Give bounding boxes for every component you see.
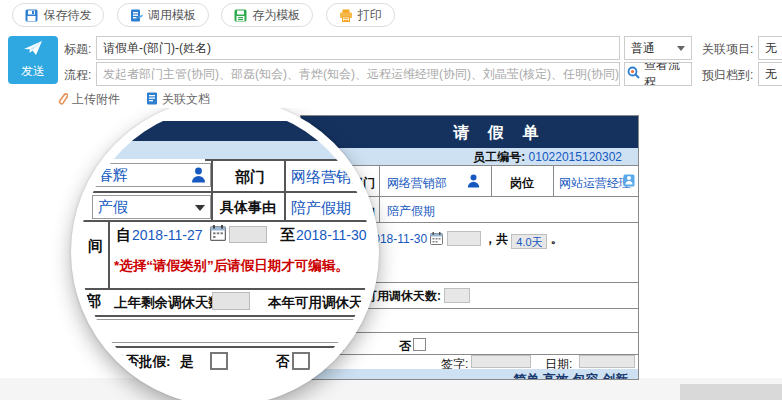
mag-to-label: 至 [280, 226, 295, 245]
related-project-input[interactable]: 无 [758, 36, 782, 60]
total-prefix: ，共 [484, 232, 508, 246]
dept-value[interactable]: 网络营销部 [387, 175, 447, 192]
upload-attachment-button[interactable]: 上传附件 [56, 91, 120, 108]
mag-leave-type-select[interactable]: 产假 [92, 195, 211, 219]
mag-reason-label: 具体事由 [213, 199, 283, 217]
mag-approve-yes-checkbox[interactable] [210, 352, 228, 370]
page-bottom-strip [0, 378, 782, 400]
archive-value: 无 [765, 66, 777, 83]
approve-no-label: 否 [399, 338, 411, 355]
related-project-label: 关联项目: [702, 41, 753, 58]
motto-bar: 简单 高效 包容 创新 [301, 369, 638, 379]
flow-view-icon [627, 66, 640, 82]
paperclip-icon [56, 92, 68, 108]
send-button[interactable]: 发送 [8, 36, 58, 84]
archive-input[interactable]: 无 [758, 62, 782, 86]
mag-calendar-icon[interactable] [210, 225, 226, 245]
mag-from-label: 自 [116, 226, 131, 245]
template-load-icon [130, 9, 143, 22]
mag-prev-quota-label: 上年剩余调休天数 [114, 294, 222, 312]
motto-text: 简单 高效 包容 创新 [301, 372, 638, 379]
total-suffix: 。 [551, 232, 563, 246]
priority-select[interactable]: 普通 [624, 36, 692, 60]
cur-quota-box[interactable] [444, 288, 470, 303]
flow-text: 发起者部门主管(协同)、邵磊(知会)、青烨(知会)、远程运维经理(协同)、刘晶莹… [103, 66, 620, 83]
print-label: 打印 [358, 7, 382, 24]
template-save-icon [234, 9, 247, 22]
document-icon [146, 92, 158, 108]
mag-from-date[interactable]: 2018-11-27 [132, 227, 203, 243]
mag-from-time-box[interactable] [229, 226, 267, 243]
save-draft-button[interactable]: 保存待发 [12, 3, 104, 27]
mag-dept-label: 部门 [217, 168, 283, 187]
save-template-button[interactable]: 存为模板 [221, 3, 313, 27]
mag-side-label-time: 间 [88, 237, 103, 256]
mag-date-note: *选择“请假类别”后请假日期才可编辑。 [114, 257, 349, 275]
employee-no-value: 01022015120302 [529, 150, 622, 164]
mag-chevron-down-icon [195, 205, 205, 211]
save-draft-label: 保存待发 [43, 7, 91, 24]
view-flow-label: 查看流程 [644, 62, 689, 86]
sign-box[interactable] [471, 355, 531, 368]
load-template-label: 调用模板 [148, 7, 196, 24]
mag-person-icon[interactable] [191, 167, 206, 187]
position-value[interactable]: 网站运营经理 [559, 175, 631, 192]
app-window: 保存待发 调用模板 存为模板 打印 发送 标题: 请假单-(部门)-(姓名) 普… [0, 0, 782, 400]
send-label: 发送 [21, 63, 45, 80]
compose-panel: 发送 标题: 请假单-(部门)-(姓名) 普通 关联项目: 无 流程: 发起者部… [0, 29, 782, 108]
person-icon[interactable] [467, 174, 480, 191]
calendar-icon[interactable] [430, 232, 443, 248]
save-template-label: 存为模板 [252, 7, 300, 24]
related-doc-label: 关联文档 [162, 91, 210, 108]
title-value: 请假单-(部门)-(姓名) [103, 40, 211, 57]
magnifier-bubble: 春辉 部门 网络营销部 产假 具体事由 陪产假期 间 部 自 2018-11- [71, 98, 379, 400]
reason-value[interactable]: 陪产假期 [387, 203, 435, 220]
paper-plane-icon [23, 40, 43, 60]
save-icon [25, 9, 38, 22]
view-flow-button[interactable]: 查看流程 [624, 62, 692, 86]
position-label: 岗位 [491, 175, 553, 192]
mag-name-input[interactable]: 春辉 [92, 163, 211, 187]
mag-to-date[interactable]: 2018-11-30 [296, 227, 367, 243]
form-title: 请 假 单 [301, 116, 638, 144]
date-box[interactable] [579, 355, 635, 368]
print-icon [339, 9, 353, 22]
mag-approve-label: 是否批假: [112, 353, 171, 371]
title-input[interactable]: 请假单-(部门)-(姓名) [96, 36, 620, 60]
approve-no-checkbox[interactable] [413, 338, 426, 351]
upload-attachment-label: 上传附件 [72, 91, 120, 108]
related-doc-button[interactable]: 关联文档 [146, 91, 210, 108]
flow-input[interactable]: 发起者部门主管(协同)、邵磊(知会)、青烨(知会)、远程运维经理(协同)、刘晶莹… [96, 62, 620, 86]
mag-dept-value[interactable]: 网络营销部 [291, 168, 366, 187]
load-template-button[interactable]: 调用模板 [117, 3, 209, 27]
mag-cur-quota-label: 本年可用调休天数: [268, 294, 379, 312]
mag-name-value: 春辉 [98, 166, 128, 185]
to-time-box[interactable] [447, 231, 481, 246]
org-picker-icon[interactable] [623, 174, 635, 190]
mag-remark-box[interactable] [94, 319, 374, 343]
mag-approve-yes-label: 是 [180, 353, 194, 371]
page-bottom-corner [680, 384, 782, 400]
mag-leave-type-value: 产假 [98, 198, 128, 217]
employee-no-label: 员工编号: [473, 150, 525, 164]
signature-row: 签字: 日期: [301, 355, 638, 369]
mag-prev-quota-box[interactable] [212, 292, 250, 310]
total-days-box[interactable]: 4.0天 [511, 234, 547, 249]
priority-value: 普通 [631, 40, 655, 57]
mag-approve-no-label: 否 [276, 353, 290, 371]
mag-reason-value[interactable]: 陪产假期 [291, 199, 351, 218]
archive-label: 预归档到: [702, 67, 753, 84]
form-header: 请 假 单 [301, 116, 638, 148]
mag-side-label-dept: 部 [86, 292, 101, 311]
related-project-value: 无 [765, 40, 777, 57]
mag-approve-no-checkbox[interactable] [292, 352, 310, 370]
chevron-down-icon [677, 46, 685, 51]
title-label: 标题: [64, 41, 91, 58]
print-button[interactable]: 打印 [326, 3, 395, 27]
mag-employee-bar [80, 141, 370, 159]
flow-label: 流程: [64, 67, 91, 84]
toolbar: 保存待发 调用模板 存为模板 打印 [0, 0, 782, 30]
